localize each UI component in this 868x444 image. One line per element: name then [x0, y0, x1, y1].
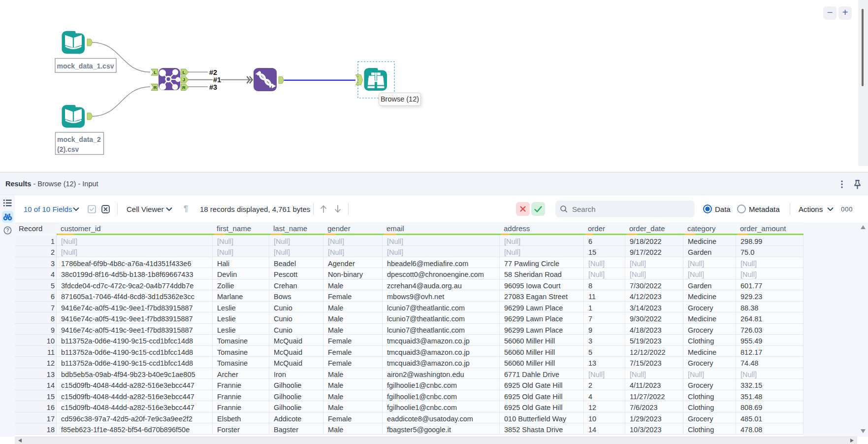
svg-text:R: R — [154, 85, 157, 90]
svg-text:L: L — [183, 69, 186, 75]
svg-text:#3: #3 — [209, 83, 217, 91]
svg-text:(2).csv: (2).csv — [57, 145, 79, 153]
svg-text:L: L — [154, 69, 157, 75]
svg-text:mock_data_2: mock_data_2 — [57, 136, 101, 143]
svg-text:J: J — [183, 77, 185, 82]
svg-text:#2: #2 — [209, 68, 217, 76]
svg-text:R: R — [182, 85, 186, 90]
svg-text:?: ? — [6, 228, 9, 233]
svg-text:mock_data_1.csv: mock_data_1.csv — [57, 62, 114, 70]
